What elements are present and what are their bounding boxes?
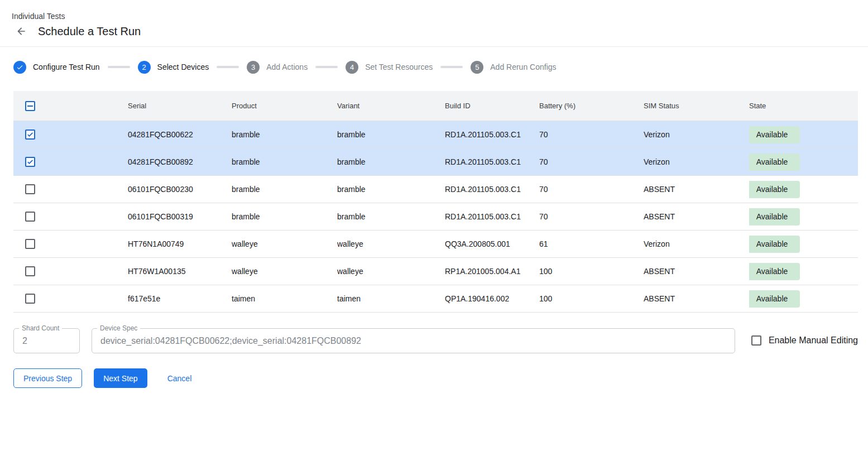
cell-sim-status: Verizon [644,157,749,166]
row-checkbox[interactable] [25,212,35,222]
state-badge: Available [749,181,800,198]
step-number: 5 [475,63,479,71]
step-number: 4 [350,63,354,71]
next-step-button[interactable]: Next Step [94,368,147,388]
actions-bar: Previous Step Next Step Cancel [13,368,868,388]
stepper-step-configure-test-run[interactable]: Configure Test Run [13,61,100,74]
cell-build-id: QQ3A.200805.001 [445,239,539,248]
indeterminate-dash-icon [27,105,33,107]
device-spec-value: device_serial:04281FQCB00622;device_seri… [92,336,370,346]
state-badge: Available [749,290,800,308]
checkmark-icon [27,131,33,138]
cell-variant: bramble [337,130,445,139]
enable-manual-editing-checkbox[interactable] [751,335,761,346]
stepper-step-select-devices[interactable]: 2 Select Devices [138,61,209,74]
step-label: Add Actions [266,63,308,71]
cell-serial: 06101FQCB00230 [128,185,232,194]
step-connector [108,66,130,68]
cell-sim-status: ABSENT [644,185,749,194]
step-label: Select Devices [157,63,209,71]
row-checkbox[interactable] [25,184,35,194]
row-checkbox[interactable] [25,130,35,140]
table-header-row: Serial Product Variant Build ID Battery … [13,91,858,121]
cell-serial: 04281FQCB00622 [128,130,232,139]
step-check-icon [16,64,23,71]
stepper: Configure Test Run 2 Select Devices 3 Ad… [13,60,868,74]
stepper-step-set-test-resources[interactable]: 4 Set Test Resources [346,61,433,74]
table-row[interactable]: 04281FQCB00892 bramble bramble RD1A.2011… [13,148,858,176]
cell-serial: HT76W1A00135 [128,267,232,276]
cell-battery: 70 [539,212,644,221]
page-title: Schedule a Test Run [38,25,141,38]
table-row[interactable]: 06101FQCB00319 bramble bramble RD1A.2011… [13,203,858,231]
cell-build-id: RP1A.201005.004.A1 [445,267,539,276]
page-header: Individual Tests Schedule a Test Run [0,0,868,46]
step-number: 2 [142,63,146,71]
stepper-step-add-rerun-configs[interactable]: 5 Add Rerun Configs [471,61,556,74]
back-button[interactable] [15,25,28,38]
cell-build-id: RD1A.201105.003.C1 [445,157,539,166]
breadcrumb: Individual Tests [12,12,855,21]
cell-variant: walleye [337,239,445,248]
column-header-product: Product [232,102,337,110]
previous-step-button[interactable]: Previous Step [13,368,82,388]
cell-sim-status: ABSENT [644,294,749,303]
shard-count-field[interactable]: Shard Count 2 [13,328,80,353]
row-checkbox[interactable] [25,239,35,249]
step-connector [217,66,239,68]
step-label: Set Test Resources [365,63,433,71]
cell-build-id: RD1A.201105.003.C1 [445,185,539,194]
state-badge: Available [749,126,800,143]
state-badge: Available [749,154,800,171]
table-row[interactable]: f617e51e taimen taimen QP1A.190416.002 1… [13,285,858,313]
cell-variant: bramble [337,157,445,166]
row-checkbox[interactable] [25,266,35,276]
device-spec-field[interactable]: Device Spec device_serial:04281FQCB00622… [92,328,735,353]
cell-build-id: RD1A.201105.003.C1 [445,130,539,139]
step-circle: 4 [346,61,358,74]
device-table: Serial Product Variant Build ID Battery … [13,91,858,313]
step-circle: 2 [138,61,151,74]
column-header-battery: Battery (%) [539,102,644,110]
state-badge: Available [749,263,800,280]
cell-battery: 100 [539,267,644,276]
cell-product: bramble [232,130,337,139]
column-header-state: State [749,102,858,110]
state-badge: Available [749,236,800,253]
cell-serial: f617e51e [128,294,232,303]
checkmark-icon [27,159,33,165]
table-row[interactable]: 04281FQCB00622 bramble bramble RD1A.2011… [13,121,858,148]
column-header-serial: Serial [128,102,232,110]
cell-product: walleye [232,267,337,276]
row-checkbox[interactable] [25,294,35,304]
stepper-step-add-actions[interactable]: 3 Add Actions [247,61,308,74]
cell-battery: 70 [539,185,644,194]
cell-sim-status: ABSENT [644,212,749,221]
row-checkbox[interactable] [25,157,35,167]
table-body: 04281FQCB00622 bramble bramble RD1A.2011… [13,121,858,313]
step-circle: 3 [247,61,260,74]
table-row[interactable]: HT76N1A00749 walleye walleye QQ3A.200805… [13,231,858,258]
header-divider [0,46,868,47]
cell-product: bramble [232,212,337,221]
step-circle [13,61,26,74]
shard-count-value: 2 [14,336,36,346]
cell-variant: bramble [337,212,445,221]
cell-sim-status: Verizon [644,130,749,139]
enable-manual-editing-toggle[interactable]: Enable Manual Editing [751,335,858,346]
cell-build-id: QP1A.190416.002 [445,294,539,303]
state-badge: Available [749,208,800,226]
cell-battery: 100 [539,294,644,303]
cell-serial: 04281FQCB00892 [128,157,232,166]
cell-build-id: RD1A.201105.003.C1 [445,212,539,221]
cell-variant: bramble [337,185,445,194]
select-all-checkbox[interactable] [25,101,35,111]
cell-battery: 70 [539,130,644,139]
table-row[interactable]: HT76W1A00135 walleye walleye RP1A.201005… [13,258,858,285]
cell-product: bramble [232,185,337,194]
step-number: 3 [251,63,255,71]
step-label: Configure Test Run [33,63,100,71]
cell-battery: 70 [539,157,644,166]
table-row[interactable]: 06101FQCB00230 bramble bramble RD1A.2011… [13,176,858,203]
cancel-button[interactable]: Cancel [158,368,202,388]
